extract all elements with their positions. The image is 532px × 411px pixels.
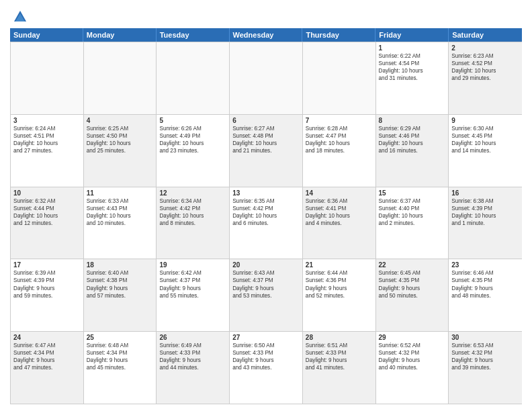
header-day-thursday: Thursday: [302, 28, 375, 42]
day-number: 16: [451, 189, 519, 197]
cell-info: Sunrise: 6:51 AMSunset: 4:33 PMDaylight:…: [306, 342, 373, 371]
day-number: 10: [13, 189, 81, 197]
calendar-body: 1Sunrise: 6:22 AMSunset: 4:54 PMDaylight…: [10, 42, 522, 404]
cell-info: Sunrise: 6:42 AMSunset: 4:37 PMDaylight:…: [159, 269, 226, 299]
day-number: 26: [159, 334, 226, 341]
calendar-header: SundayMondayTuesdayWednesdayThursdayFrid…: [10, 28, 522, 42]
day-number: 1: [379, 44, 446, 52]
calendar-cell-4: 4Sunrise: 6:25 AMSunset: 4:50 PMDaylight…: [84, 115, 157, 187]
calendar-cell-21: 21Sunrise: 6:44 AMSunset: 4:36 PMDayligh…: [303, 259, 376, 331]
cell-info: Sunrise: 6:48 AMSunset: 4:34 PMDaylight:…: [87, 342, 154, 371]
cell-info: Sunrise: 6:26 AMSunset: 4:49 PMDaylight:…: [159, 125, 226, 154]
cell-info: Sunrise: 6:24 AMSunset: 4:51 PMDaylight:…: [13, 125, 81, 154]
day-number: 13: [232, 189, 300, 197]
calendar-row-1: 1Sunrise: 6:22 AMSunset: 4:54 PMDaylight…: [11, 42, 522, 115]
header-day-sunday: Sunday: [10, 28, 83, 42]
calendar-cell-1: 1Sunrise: 6:22 AMSunset: 4:54 PMDaylight…: [376, 42, 449, 114]
calendar-row-4: 17Sunrise: 6:39 AMSunset: 4:39 PMDayligh…: [11, 259, 522, 332]
calendar-cell-10: 10Sunrise: 6:32 AMSunset: 4:44 PMDayligh…: [11, 187, 84, 259]
calendar-cell-7: 7Sunrise: 6:28 AMSunset: 4:47 PMDaylight…: [303, 115, 376, 187]
calendar-cell-17: 17Sunrise: 6:39 AMSunset: 4:39 PMDayligh…: [11, 259, 84, 331]
header-day-tuesday: Tuesday: [157, 28, 230, 42]
day-number: 5: [159, 117, 226, 124]
cell-info: Sunrise: 6:25 AMSunset: 4:50 PMDaylight:…: [87, 125, 154, 154]
calendar-cell-empty: [84, 42, 157, 114]
day-number: 7: [306, 117, 373, 124]
cell-info: Sunrise: 6:23 AMSunset: 4:52 PMDaylight:…: [451, 52, 519, 82]
cell-info: Sunrise: 6:52 AMSunset: 4:32 PMDaylight:…: [379, 342, 446, 371]
cell-info: Sunrise: 6:33 AMSunset: 4:43 PMDaylight:…: [87, 197, 154, 227]
calendar-cell-12: 12Sunrise: 6:34 AMSunset: 4:42 PMDayligh…: [157, 187, 230, 259]
calendar-cell-3: 3Sunrise: 6:24 AMSunset: 4:51 PMDaylight…: [11, 115, 84, 187]
cell-info: Sunrise: 6:30 AMSunset: 4:45 PMDaylight:…: [451, 125, 519, 154]
calendar-cell-9: 9Sunrise: 6:30 AMSunset: 4:45 PMDaylight…: [449, 115, 522, 187]
cell-info: Sunrise: 6:44 AMSunset: 4:36 PMDaylight:…: [306, 269, 373, 299]
day-number: 2: [451, 44, 519, 52]
cell-info: Sunrise: 6:43 AMSunset: 4:37 PMDaylight:…: [232, 269, 300, 299]
calendar-row-3: 10Sunrise: 6:32 AMSunset: 4:44 PMDayligh…: [11, 187, 522, 260]
day-number: 18: [87, 261, 154, 269]
cell-info: Sunrise: 6:47 AMSunset: 4:34 PMDaylight:…: [13, 342, 81, 371]
calendar-cell-empty: [11, 42, 84, 114]
calendar-cell-8: 8Sunrise: 6:29 AMSunset: 4:46 PMDaylight…: [376, 115, 449, 187]
cell-info: Sunrise: 6:40 AMSunset: 4:38 PMDaylight:…: [87, 269, 154, 299]
cell-info: Sunrise: 6:27 AMSunset: 4:48 PMDaylight:…: [232, 125, 300, 154]
cell-info: Sunrise: 6:49 AMSunset: 4:33 PMDaylight:…: [159, 342, 226, 371]
calendar-cell-18: 18Sunrise: 6:40 AMSunset: 4:38 PMDayligh…: [84, 259, 157, 331]
cell-info: Sunrise: 6:39 AMSunset: 4:39 PMDaylight:…: [13, 269, 81, 299]
calendar-cell-14: 14Sunrise: 6:36 AMSunset: 4:41 PMDayligh…: [303, 187, 376, 259]
calendar-cell-15: 15Sunrise: 6:37 AMSunset: 4:40 PMDayligh…: [376, 187, 449, 259]
day-number: 9: [451, 117, 519, 124]
cell-info: Sunrise: 6:34 AMSunset: 4:42 PMDaylight:…: [159, 197, 226, 227]
day-number: 24: [13, 334, 81, 341]
calendar-cell-28: 28Sunrise: 6:51 AMSunset: 4:33 PMDayligh…: [303, 332, 376, 404]
calendar-cell-22: 22Sunrise: 6:45 AMSunset: 4:35 PMDayligh…: [376, 259, 449, 331]
calendar-row-2: 3Sunrise: 6:24 AMSunset: 4:51 PMDaylight…: [11, 115, 522, 187]
calendar-cell-5: 5Sunrise: 6:26 AMSunset: 4:49 PMDaylight…: [157, 115, 230, 187]
day-number: 8: [379, 117, 446, 124]
page: SundayMondayTuesdayWednesdayThursdayFrid…: [0, 0, 532, 411]
day-number: 11: [87, 189, 154, 197]
cell-info: Sunrise: 6:46 AMSunset: 4:35 PMDaylight:…: [451, 269, 519, 299]
logo-icon: [13, 9, 28, 24]
calendar-cell-27: 27Sunrise: 6:50 AMSunset: 4:33 PMDayligh…: [230, 332, 303, 404]
calendar-cell-19: 19Sunrise: 6:42 AMSunset: 4:37 PMDayligh…: [157, 259, 230, 331]
day-number: 6: [232, 117, 300, 124]
calendar-cell-26: 26Sunrise: 6:49 AMSunset: 4:33 PMDayligh…: [157, 332, 230, 404]
cell-info: Sunrise: 6:35 AMSunset: 4:42 PMDaylight:…: [232, 197, 300, 227]
calendar-cell-empty: [157, 42, 230, 114]
cell-info: Sunrise: 6:36 AMSunset: 4:41 PMDaylight:…: [306, 197, 373, 227]
day-number: 17: [13, 261, 81, 269]
calendar-cell-24: 24Sunrise: 6:47 AMSunset: 4:34 PMDayligh…: [11, 332, 84, 404]
cell-info: Sunrise: 6:45 AMSunset: 4:35 PMDaylight:…: [379, 269, 446, 299]
logo: [10, 9, 28, 24]
cell-info: Sunrise: 6:38 AMSunset: 4:39 PMDaylight:…: [451, 197, 519, 227]
header-day-wednesday: Wednesday: [230, 28, 303, 42]
day-number: 21: [306, 261, 373, 269]
calendar-cell-13: 13Sunrise: 6:35 AMSunset: 4:42 PMDayligh…: [230, 187, 303, 259]
cell-info: Sunrise: 6:53 AMSunset: 4:32 PMDaylight:…: [451, 342, 519, 371]
calendar-row-5: 24Sunrise: 6:47 AMSunset: 4:34 PMDayligh…: [11, 332, 522, 404]
day-number: 22: [379, 261, 446, 269]
calendar-cell-20: 20Sunrise: 6:43 AMSunset: 4:37 PMDayligh…: [230, 259, 303, 331]
cell-info: Sunrise: 6:37 AMSunset: 4:40 PMDaylight:…: [379, 197, 446, 227]
calendar-cell-16: 16Sunrise: 6:38 AMSunset: 4:39 PMDayligh…: [449, 187, 522, 259]
cell-info: Sunrise: 6:32 AMSunset: 4:44 PMDaylight:…: [13, 197, 81, 227]
header-day-monday: Monday: [83, 28, 157, 42]
day-number: 12: [159, 189, 226, 197]
calendar-cell-29: 29Sunrise: 6:52 AMSunset: 4:32 PMDayligh…: [376, 332, 449, 404]
day-number: 23: [451, 261, 519, 269]
cell-info: Sunrise: 6:28 AMSunset: 4:47 PMDaylight:…: [306, 125, 373, 154]
day-number: 28: [306, 334, 373, 341]
day-number: 19: [159, 261, 226, 269]
calendar-cell-6: 6Sunrise: 6:27 AMSunset: 4:48 PMDaylight…: [230, 115, 303, 187]
calendar-cell-30: 30Sunrise: 6:53 AMSunset: 4:32 PMDayligh…: [449, 332, 522, 404]
calendar-cell-2: 2Sunrise: 6:23 AMSunset: 4:52 PMDaylight…: [449, 42, 522, 114]
calendar-cell-11: 11Sunrise: 6:33 AMSunset: 4:43 PMDayligh…: [84, 187, 157, 259]
day-number: 25: [87, 334, 154, 341]
day-number: 30: [451, 334, 519, 341]
header-day-friday: Friday: [375, 28, 449, 42]
day-number: 14: [306, 189, 373, 197]
day-number: 3: [13, 117, 81, 124]
calendar: SundayMondayTuesdayWednesdayThursdayFrid…: [10, 28, 522, 404]
